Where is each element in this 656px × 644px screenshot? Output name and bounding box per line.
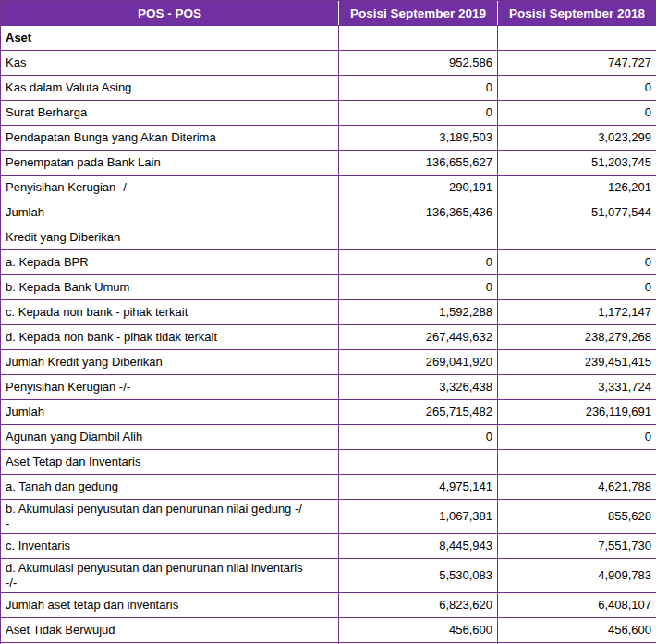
value-2018: 0 bbox=[498, 425, 656, 450]
row-label: Penyisihan Kerugian -/- bbox=[1, 375, 339, 400]
table-row: b. Akumulasi penyusutan dan penurunan ni… bbox=[1, 500, 656, 534]
value-2019: 0 bbox=[339, 76, 498, 101]
row-label: a. Tanah dan gedung bbox=[1, 475, 339, 500]
value-2018: 4,909,783 bbox=[498, 559, 656, 593]
table-row: d. Kepada non bank - pihak tidak terkait… bbox=[1, 325, 656, 350]
row-label: Kas bbox=[1, 51, 339, 76]
table-row: d. Akumulasi penyusutan dan penurunan ni… bbox=[1, 559, 656, 593]
table-row: Kas dalam Valuta Asing 0 0 bbox=[1, 76, 656, 101]
financial-report: POS - POS Posisi September 2019 Posisi S… bbox=[0, 0, 656, 644]
value-2019: 1,067,381 bbox=[339, 500, 498, 534]
row-label: b. Kepada Bank Umum bbox=[1, 275, 339, 300]
table-row: Pendapatan Bunga yang Akan Diterima 3,18… bbox=[1, 126, 656, 151]
header-pos-pos: POS - POS bbox=[1, 1, 339, 26]
row-label: Jumlah aset tetap dan inventaris bbox=[1, 593, 339, 618]
value-2018: 4,621,788 bbox=[498, 475, 656, 500]
value-2019: 952,586 bbox=[339, 51, 498, 76]
table-row: c. Inventaris 8,445,943 7,551,730 bbox=[1, 534, 656, 559]
table-row: Penyisihan Kerugian -/- 3,326,438 3,331,… bbox=[1, 375, 656, 400]
table-row: Agunan yang Diambil Alih 0 0 bbox=[1, 425, 656, 450]
value-2018 bbox=[498, 450, 656, 475]
row-label: Jumlah Kredit yang Diberikan bbox=[1, 350, 339, 375]
table-row: Jumlah Kredit yang Diberikan 269,041,920… bbox=[1, 350, 656, 375]
value-2018: 236,119,691 bbox=[498, 400, 656, 425]
table-row: Aset bbox=[1, 26, 656, 51]
table-row: Jumlah 136,365,436 51,077,544 bbox=[1, 200, 656, 225]
table-row: Jumlah aset tetap dan inventaris 6,823,6… bbox=[1, 593, 656, 618]
value-2018: 51,203,745 bbox=[498, 151, 656, 176]
table-row: Kas 952,586 747,727 bbox=[1, 51, 656, 76]
value-2018: 51,077,544 bbox=[498, 200, 656, 225]
row-label: Penyisihan Kerugian -/- bbox=[1, 176, 339, 200]
value-2018: 7,551,730 bbox=[498, 534, 656, 559]
value-2019: 456,600 bbox=[339, 618, 498, 643]
table-row: Jumlah 265,715,482 236,119,691 bbox=[1, 400, 656, 425]
value-2019 bbox=[339, 225, 498, 250]
value-2019: 269,041,920 bbox=[339, 350, 498, 375]
value-2018 bbox=[498, 26, 656, 51]
table-row: Kredit yang Diberikan bbox=[1, 225, 656, 250]
value-2018: 239,451,415 bbox=[498, 350, 656, 375]
table-row: a. Tanah dan gedung 4,975,141 4,621,788 bbox=[1, 475, 656, 500]
row-label: Aset bbox=[1, 26, 339, 51]
row-label: Kas dalam Valuta Asing bbox=[1, 76, 339, 101]
value-2019: 0 bbox=[339, 425, 498, 450]
row-label: d. Kepada non bank - pihak tidak terkait bbox=[1, 325, 339, 350]
row-label: Pendapatan Bunga yang Akan Diterima bbox=[1, 126, 339, 151]
value-2018: 1,172,147 bbox=[498, 300, 656, 325]
value-2018: 0 bbox=[498, 275, 656, 300]
header-posisi-september-2018: Posisi September 2018 bbox=[498, 1, 656, 26]
row-label: d. Akumulasi penyusutan dan penurunan ni… bbox=[1, 559, 339, 593]
row-label: a. Kepada BPR bbox=[1, 250, 339, 275]
row-label: Agunan yang Diambil Alih bbox=[1, 425, 339, 450]
row-label: b. Akumulasi penyusutan dan penurunan ni… bbox=[1, 500, 339, 534]
row-label: Surat Berharga bbox=[1, 101, 339, 126]
table-row: Aset Tidak Berwujud 456,600 456,600 bbox=[1, 618, 656, 643]
row-label: Penempatan pada Bank Lain bbox=[1, 151, 339, 176]
value-2019: 0 bbox=[339, 250, 498, 275]
value-2018: 855,628 bbox=[498, 500, 656, 534]
value-2018: 0 bbox=[498, 76, 656, 101]
value-2019: 1,592,288 bbox=[339, 300, 498, 325]
value-2019: 265,715,482 bbox=[339, 400, 498, 425]
value-2018: 0 bbox=[498, 250, 656, 275]
row-label: Aset Tidak Berwujud bbox=[1, 618, 339, 643]
value-2019 bbox=[339, 450, 498, 475]
header-row: POS - POS Posisi September 2019 Posisi S… bbox=[1, 1, 656, 26]
row-label: Aset Tetap dan Inventaris bbox=[1, 450, 339, 475]
table-row: c. Kepada non bank - pihak terkait 1,592… bbox=[1, 300, 656, 325]
value-2019: 267,449,632 bbox=[339, 325, 498, 350]
value-2019: 3,326,438 bbox=[339, 375, 498, 400]
value-2019: 290,191 bbox=[339, 176, 498, 200]
value-2018: 3,023,299 bbox=[498, 126, 656, 151]
row-label: Jumlah bbox=[1, 200, 339, 225]
value-2018: 126,201 bbox=[498, 176, 656, 200]
table-body: Aset Kas 952,586 747,727 Kas dalam Valut… bbox=[1, 26, 656, 644]
row-label: Jumlah bbox=[1, 400, 339, 425]
value-2019 bbox=[339, 26, 498, 51]
value-2018 bbox=[498, 225, 656, 250]
row-label: c. Inventaris bbox=[1, 534, 339, 559]
value-2018: 0 bbox=[498, 101, 656, 126]
table-row: Surat Berharga 0 0 bbox=[1, 101, 656, 126]
table-row: Aset Tetap dan Inventaris bbox=[1, 450, 656, 475]
value-2019: 4,975,141 bbox=[339, 475, 498, 500]
value-2019: 0 bbox=[339, 275, 498, 300]
table-row: b. Kepada Bank Umum 0 0 bbox=[1, 275, 656, 300]
value-2019: 6,823,620 bbox=[339, 593, 498, 618]
value-2019: 136,655,627 bbox=[339, 151, 498, 176]
value-2019: 136,365,436 bbox=[339, 200, 498, 225]
table-row: a. Kepada BPR 0 0 bbox=[1, 250, 656, 275]
value-2019: 3,189,503 bbox=[339, 126, 498, 151]
value-2018: 6,408,107 bbox=[498, 593, 656, 618]
table-header: POS - POS Posisi September 2019 Posisi S… bbox=[1, 1, 656, 26]
value-2018: 747,727 bbox=[498, 51, 656, 76]
value-2019: 5,530,083 bbox=[339, 559, 498, 593]
row-label: c. Kepada non bank - pihak terkait bbox=[1, 300, 339, 325]
balance-sheet-table: POS - POS Posisi September 2019 Posisi S… bbox=[0, 0, 656, 644]
table-row: Penyisihan Kerugian -/- 290,191 126,201 bbox=[1, 176, 656, 200]
table-row: Penempatan pada Bank Lain 136,655,627 51… bbox=[1, 151, 656, 176]
value-2018: 456,600 bbox=[498, 618, 656, 643]
header-posisi-september-2019: Posisi September 2019 bbox=[339, 1, 498, 26]
value-2018: 238,279,268 bbox=[498, 325, 656, 350]
